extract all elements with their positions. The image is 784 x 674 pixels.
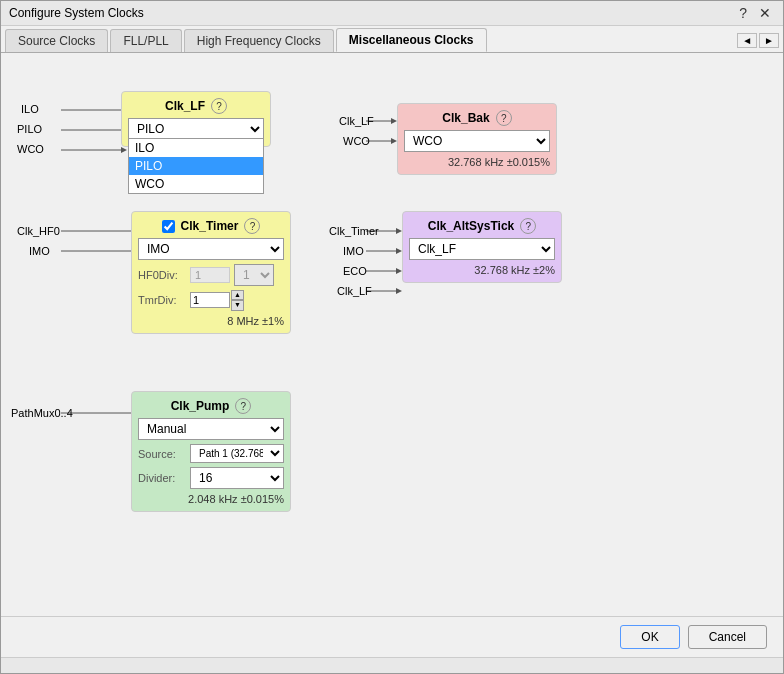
clk-bak-title: Clk_Bak ?	[404, 110, 550, 126]
pin-label-clkhf0: Clk_HF0	[17, 225, 60, 237]
clk-pump-title: Clk_Pump ?	[138, 398, 284, 414]
tmrdiv-up-button[interactable]: ▲	[231, 290, 244, 300]
clk-lf-option-ilo[interactable]: ILO	[129, 139, 263, 157]
tmrdiv-row: TmrDiv: ▲ ▼	[138, 290, 284, 311]
tab-next-button[interactable]: ►	[759, 33, 779, 48]
pin-label-clktimer-alt: Clk_Timer	[329, 225, 379, 237]
clk-bak-help-button[interactable]: ?	[496, 110, 512, 126]
svg-marker-21	[396, 288, 402, 294]
tab-prev-button[interactable]: ◄	[737, 33, 757, 48]
clk-lf-dropdown-open: ILO PILO WCO	[128, 138, 264, 194]
pin-label-pathmux: PathMux0..4	[11, 407, 73, 419]
pin-label-imo-timer: IMO	[29, 245, 50, 257]
pin-label-wco-bak: WCO	[343, 135, 370, 147]
tmrdiv-spinner: ▲ ▼	[190, 290, 244, 311]
clk-altsystick-help-button[interactable]: ?	[520, 218, 536, 234]
svg-marker-5	[121, 147, 127, 153]
wires-svg	[1, 53, 783, 616]
tab-source-clocks[interactable]: Source Clocks	[5, 29, 108, 52]
clk-pump-source-select[interactable]: Path 1 (32.768	[190, 444, 284, 463]
clk-timer-enable-checkbox[interactable]	[162, 220, 175, 233]
close-title-button[interactable]: ✕	[755, 5, 775, 21]
dialog-title: Configure System Clocks	[9, 6, 144, 20]
pin-label-wco: WCO	[17, 143, 44, 155]
hf0div-value: 1	[190, 267, 230, 283]
pin-label-ilo: ILO	[21, 103, 39, 115]
pump-divider-row: Divider: 16	[138, 467, 284, 489]
hf0div-label: HF0Div:	[138, 269, 186, 281]
pin-label-pilo: PILO	[17, 123, 42, 135]
clk-altsystick-select[interactable]: Clk_Timer IMO ECO Clk_LF	[409, 238, 555, 260]
clk-lf-help-button[interactable]: ?	[211, 98, 227, 114]
tab-high-frequency-clocks[interactable]: High Frequency Clocks	[184, 29, 334, 52]
clk-lf-title: Clk_LF ?	[128, 98, 264, 114]
clk-lf-block: Clk_LF ? ILO PILO WCO ILO PILO WCO	[121, 91, 271, 147]
clk-bak-block: Clk_Bak ? Clk_LF WCO 32.768 kHz ±0.015%	[397, 103, 557, 175]
pin-label-imo-alt: IMO	[343, 245, 364, 257]
pin-label-clklf-bak: Clk_LF	[339, 115, 374, 127]
hf0div-select: 1	[234, 264, 274, 286]
clk-pump-divider-select[interactable]: 16	[190, 467, 284, 489]
clk-pump-block: Clk_Pump ? Manual Auto Source: Path 1 (3…	[131, 391, 291, 512]
tmrdiv-spinner-buttons: ▲ ▼	[231, 290, 244, 311]
hf0div-row: HF0Div: 1 1	[138, 264, 284, 286]
bottom-bar: OK Cancel	[1, 616, 783, 657]
tab-nav-arrows: ◄ ►	[737, 33, 783, 48]
pump-divider-label: Divider:	[138, 472, 186, 484]
clk-timer-freq: 8 MHz ±1%	[138, 315, 284, 327]
tabs-bar: Source Clocks FLL/PLL High Frequency Clo…	[1, 26, 783, 53]
clk-bak-freq: 32.768 kHz ±0.015%	[404, 156, 550, 168]
pin-label-clklf-alt: Clk_LF	[337, 285, 372, 297]
clk-altsystick-title: Clk_AltSysTick ?	[409, 218, 555, 234]
clk-altsystick-freq: 32.768 kHz ±2%	[409, 264, 555, 276]
clk-timer-help-button[interactable]: ?	[244, 218, 260, 234]
tab-miscellaneous-clocks[interactable]: Miscellaneous Clocks	[336, 28, 487, 52]
tmrdiv-down-button[interactable]: ▼	[231, 300, 244, 310]
clk-bak-select[interactable]: Clk_LF WCO	[404, 130, 550, 152]
clk-timer-title-row: Clk_Timer ?	[138, 218, 284, 234]
tmrdiv-label: TmrDiv:	[138, 294, 186, 306]
title-bar-buttons: ? ✕	[735, 5, 775, 21]
clk-lf-option-pilo[interactable]: PILO	[129, 157, 263, 175]
pump-source-row: Source: Path 1 (32.768	[138, 444, 284, 463]
help-title-button[interactable]: ?	[735, 5, 751, 21]
status-bar	[1, 657, 783, 673]
clk-pump-mode-select[interactable]: Manual Auto	[138, 418, 284, 440]
clk-timer-select[interactable]: Clk_HF0 IMO	[138, 238, 284, 260]
clk-timer-block: Clk_Timer ? Clk_HF0 IMO HF0Div: 1 1 TmrD…	[131, 211, 291, 334]
clk-lf-select-container: ILO PILO WCO ILO PILO WCO	[128, 118, 264, 140]
clk-pump-help-button[interactable]: ?	[235, 398, 251, 414]
clk-lf-option-wco[interactable]: WCO	[129, 175, 263, 193]
pin-label-eco: ECO	[343, 265, 367, 277]
clk-altsystick-block: Clk_AltSysTick ? Clk_Timer IMO ECO Clk_L…	[402, 211, 562, 283]
clk-lf-select[interactable]: ILO PILO WCO	[128, 118, 264, 140]
clk-pump-freq: 2.048 kHz ±0.015%	[138, 493, 284, 505]
title-bar: Configure System Clocks ? ✕	[1, 1, 783, 26]
pump-source-label: Source:	[138, 448, 186, 460]
tmrdiv-input[interactable]	[190, 292, 230, 308]
tab-fll-pll[interactable]: FLL/PLL	[110, 29, 181, 52]
ok-button[interactable]: OK	[620, 625, 679, 649]
content-area: Clk_LF ? ILO PILO WCO ILO PILO WCO ILO P	[1, 53, 783, 616]
cancel-button[interactable]: Cancel	[688, 625, 767, 649]
configure-system-clocks-dialog: Configure System Clocks ? ✕ Source Clock…	[0, 0, 784, 674]
